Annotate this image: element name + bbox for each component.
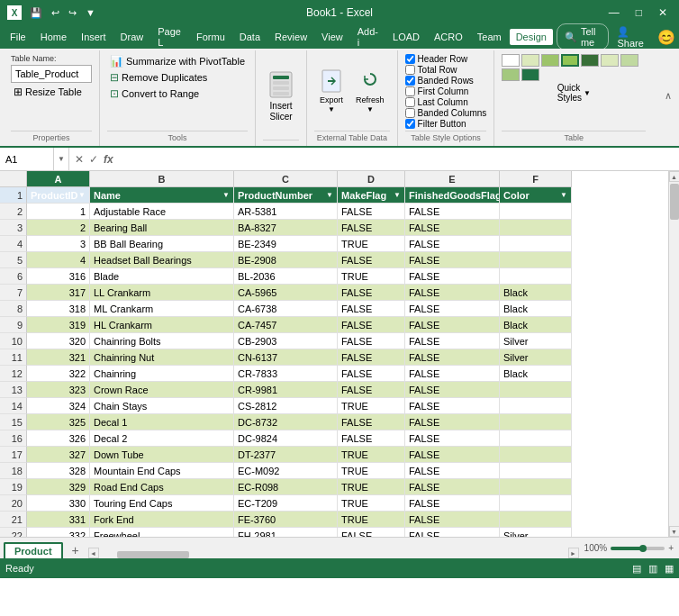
cell-12-c[interactable]: CR-7833 (234, 366, 338, 382)
cell-13-e[interactable]: FALSE (405, 382, 500, 398)
menu-acro[interactable]: ACRO (428, 29, 469, 45)
cell-14-c[interactable]: CS-2812 (234, 398, 338, 414)
cell-8-d[interactable]: FALSE (338, 301, 405, 317)
cell-5-f[interactable] (500, 252, 572, 268)
style-swatch-2[interactable] (521, 54, 539, 67)
menu-view[interactable]: View (315, 29, 349, 45)
cell-15-c[interactable]: DC-8732 (234, 414, 338, 430)
cell-17-c[interactable]: DT-2377 (234, 447, 338, 463)
last-column-checkbox-label[interactable]: Last Column (405, 97, 487, 107)
cell-5-d[interactable]: FALSE (338, 252, 405, 268)
cell-14-b[interactable]: Chain Stays (90, 398, 234, 414)
style-swatch-8[interactable] (502, 68, 520, 81)
cell-17-e[interactable]: FALSE (405, 447, 500, 463)
filter-productid-icon[interactable]: ▼ (78, 191, 86, 199)
filter-color-icon[interactable]: ▼ (560, 191, 567, 199)
cell-21-d[interactable]: TRUE (338, 512, 405, 528)
cell-4-c[interactable]: BE-2349 (234, 236, 338, 252)
cell-4-d[interactable]: TRUE (338, 236, 405, 252)
cell-11-a[interactable]: 321 (27, 349, 90, 366)
header-productnumber[interactable]: ProductNumber ▼ (234, 187, 338, 204)
filter-productnumber-icon[interactable]: ▼ (326, 191, 333, 199)
first-column-checkbox[interactable] (405, 86, 415, 96)
cell-5-b[interactable]: Headset Ball Bearings (90, 252, 234, 268)
cell-17-b[interactable]: Down Tube (90, 447, 234, 463)
cell-9-d[interactable]: FALSE (338, 317, 405, 333)
cell-4-a[interactable]: 3 (27, 236, 90, 252)
cell-10-c[interactable]: CB-2903 (234, 333, 338, 349)
cell-14-a[interactable]: 324 (27, 398, 90, 414)
cell-7-f[interactable]: Black (500, 285, 572, 301)
cell-21-e[interactable]: FALSE (405, 512, 500, 528)
cell-10-f[interactable]: Silver (500, 333, 572, 349)
filter-button-checkbox[interactable] (405, 119, 415, 129)
cell-2-b[interactable]: Adjustable Race (90, 204, 234, 220)
table-name-input[interactable] (11, 65, 92, 83)
cell-17-f[interactable] (500, 447, 572, 463)
collapse-ribbon-button[interactable]: ∧ (665, 90, 672, 102)
cell-12-d[interactable]: FALSE (338, 366, 405, 382)
banded-rows-checkbox[interactable] (405, 76, 415, 86)
menu-pagelayout[interactable]: Page L (151, 23, 188, 50)
insert-slicer-button[interactable]: Insert Slicer (263, 67, 299, 126)
status-view-layout[interactable]: ▥ (648, 563, 657, 575)
header-row-checkbox-label[interactable]: Header Row (405, 54, 487, 64)
cell-22-d[interactable]: FALSE (338, 528, 405, 537)
cell-5-c[interactable]: BE-2908 (234, 252, 338, 268)
filter-makeflag-icon[interactable]: ▼ (394, 191, 401, 199)
cell-19-a[interactable]: 329 (27, 479, 90, 495)
horiz-scroll-track[interactable] (99, 548, 568, 558)
style-swatch-3[interactable] (541, 54, 559, 67)
cell-19-f[interactable] (500, 479, 572, 495)
style-swatch-1[interactable] (502, 54, 520, 67)
cell-22-c[interactable]: FH-2981 (234, 528, 338, 537)
refresh-button[interactable]: Refresh ▼ (350, 65, 390, 117)
cell-16-a[interactable]: 326 (27, 430, 90, 447)
export-button[interactable]: Export ▼ (314, 65, 349, 117)
redo-icon[interactable]: ↪ (66, 5, 79, 21)
cell-21-f[interactable] (500, 512, 572, 528)
cell-19-d[interactable]: TRUE (338, 479, 405, 495)
cell-15-d[interactable]: FALSE (338, 414, 405, 430)
close-button[interactable]: ✕ (654, 5, 672, 21)
tell-me-button[interactable]: 🔍 Tell me (557, 23, 610, 50)
col-header-e[interactable]: E (405, 171, 500, 187)
cell-9-e[interactable]: FALSE (405, 317, 500, 333)
cell-5-a[interactable]: 4 (27, 252, 90, 268)
status-view-pagebreak[interactable]: ▦ (665, 563, 674, 575)
insert-function-icon[interactable]: fx (104, 153, 113, 166)
col-header-c[interactable]: C (234, 171, 338, 187)
save-icon[interactable]: 💾 (27, 5, 45, 21)
header-color[interactable]: Color ▼ (500, 187, 572, 204)
menu-draw[interactable]: Draw (114, 29, 150, 45)
cell-11-b[interactable]: Chainring Nut (90, 349, 234, 366)
cell-3-a[interactable]: 2 (27, 220, 90, 236)
cell-11-e[interactable]: FALSE (405, 349, 500, 366)
cell-9-a[interactable]: 319 (27, 317, 90, 333)
menu-addin[interactable]: Add-i (351, 23, 385, 50)
summarize-pivot-button[interactable]: 📊 Summarize with PivotTable (107, 54, 248, 68)
filter-button-checkbox-label[interactable]: Filter Button (405, 119, 487, 129)
cell-8-f[interactable]: Black (500, 301, 572, 317)
total-row-checkbox[interactable] (405, 65, 415, 75)
cell-ref-dropdown-button[interactable]: ▼ (54, 155, 68, 163)
sheet-tab-product[interactable]: Product (4, 542, 63, 558)
cell-7-d[interactable]: FALSE (338, 285, 405, 301)
cell-reference-box[interactable]: A1 (0, 148, 54, 170)
cell-7-c[interactable]: CA-5965 (234, 285, 338, 301)
restore-button[interactable]: □ (631, 5, 647, 21)
cell-15-b[interactable]: Decal 1 (90, 414, 234, 430)
header-finishedgoodsflag[interactable]: FinishedGoodsFlag ▼ (405, 187, 500, 204)
scroll-down-button[interactable]: ▼ (669, 526, 680, 537)
cell-3-b[interactable]: Bearing Ball (90, 220, 234, 236)
banded-columns-checkbox-label[interactable]: Banded Columns (405, 108, 487, 118)
style-swatch-6[interactable] (601, 54, 619, 67)
menu-data[interactable]: Data (233, 29, 267, 45)
status-view-normal[interactable]: ▤ (632, 563, 641, 575)
cell-22-e[interactable]: FALSE (405, 528, 500, 537)
cancel-formula-icon[interactable]: ✕ (75, 153, 84, 166)
cell-19-c[interactable]: EC-R098 (234, 479, 338, 495)
cell-19-b[interactable]: Road End Caps (90, 479, 234, 495)
quick-styles-dropdown-icon[interactable]: ▼ (584, 89, 591, 97)
cell-3-c[interactable]: BA-8327 (234, 220, 338, 236)
